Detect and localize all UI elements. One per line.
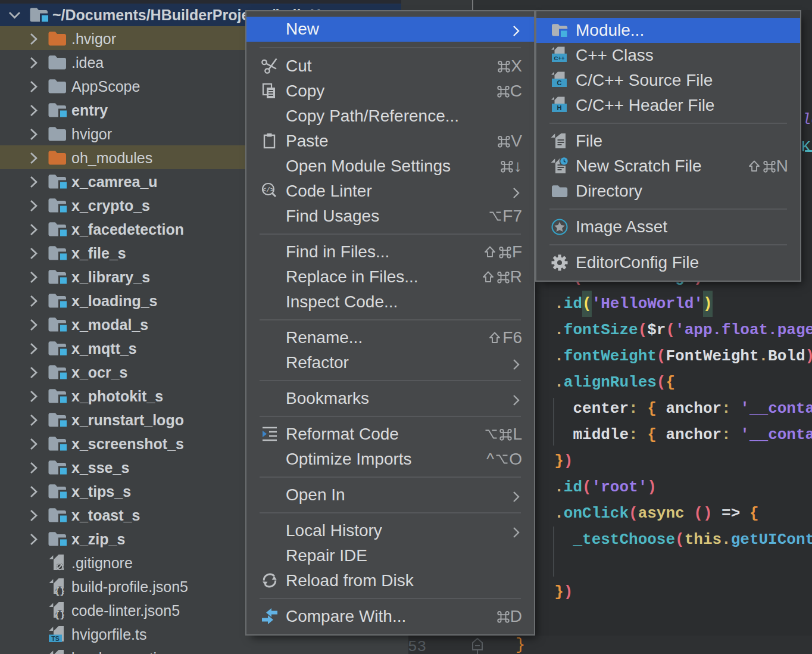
svg-text:C: C — [557, 79, 562, 86]
svg-text:C++: C++ — [554, 55, 565, 61]
svg-text:{}: {} — [55, 587, 65, 596]
svg-text:{}: {} — [55, 611, 65, 620]
svg-text:TS: TS — [51, 635, 59, 642]
svg-text:H: H — [557, 104, 562, 111]
svg-text:</>: </> — [263, 186, 274, 194]
